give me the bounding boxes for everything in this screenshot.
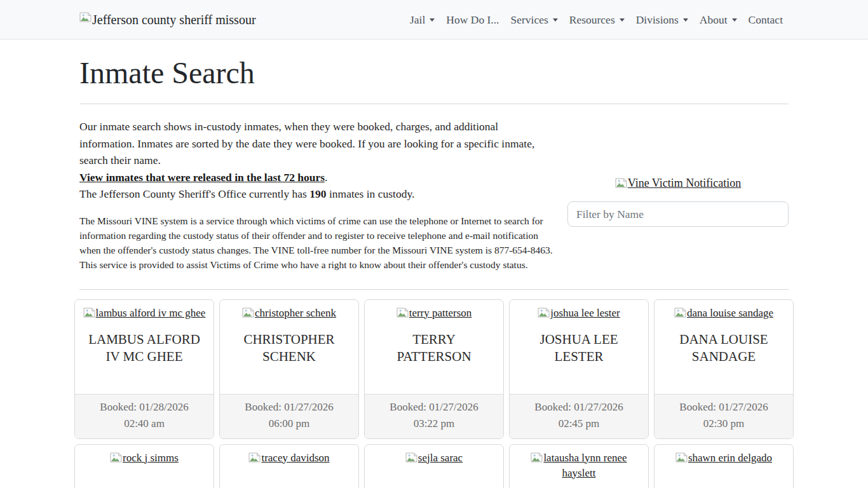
inmate-broken-image-icon bbox=[674, 308, 686, 322]
nav-item-resources[interactable]: Resources bbox=[564, 8, 630, 32]
broken-image-icon bbox=[615, 178, 627, 188]
inmate-card: christopher schenk CHRISTOPHER SCHENK Bo… bbox=[219, 299, 359, 439]
inmate-photo-link[interactable]: terry patterson bbox=[409, 307, 472, 319]
inmate-photo-link[interactable]: christopher schenk bbox=[255, 307, 336, 319]
inmate-card: joshua lee lester JOSHUA LEE LESTER Book… bbox=[509, 299, 649, 439]
broken-image-icon bbox=[675, 452, 688, 463]
inmate-card: rock j simms bbox=[74, 444, 214, 488]
caret-down-icon bbox=[620, 18, 625, 22]
broken-image-icon bbox=[405, 452, 417, 463]
inmate-photo-link-wrap: latausha lynn renee hayslett bbox=[510, 451, 648, 480]
inmate-photo-link[interactable]: lambus alford iv mc ghee bbox=[96, 307, 206, 319]
inmate-card: shawn erin delgado bbox=[654, 444, 794, 488]
inmate-broken-image-icon bbox=[405, 452, 417, 466]
inmate-booked: Booked: 01/27/202602:45 pm bbox=[510, 394, 648, 438]
navbar: Jefferson county sheriff missour Jail Ho… bbox=[0, 0, 868, 39]
broken-image-icon bbox=[242, 308, 254, 318]
brand-broken-image-icon bbox=[79, 11, 92, 25]
inmate-broken-image-icon bbox=[83, 308, 95, 322]
inmate-card: latausha lynn renee hayslett bbox=[509, 444, 649, 488]
inmate-booked: Booked: 01/28/202602:40 am bbox=[75, 394, 214, 438]
divider bbox=[79, 289, 789, 290]
inmate-photo-link-wrap: joshua lee lester bbox=[510, 306, 648, 322]
nav-item-about[interactable]: About bbox=[694, 8, 743, 32]
inmate-name: LAMBUS ALFORD IV MC GHEE bbox=[86, 331, 203, 365]
filter-by-name-input[interactable] bbox=[567, 201, 789, 227]
inmate-broken-image-icon bbox=[531, 452, 543, 466]
inmate-card: lambus alford iv mc ghee LAMBUS ALFORD I… bbox=[74, 299, 214, 439]
inmate-photo-link[interactable]: dana louise sandage bbox=[687, 307, 773, 319]
inmate-photo-link[interactable]: rock j simms bbox=[123, 452, 179, 464]
inmate-photo-link[interactable]: sejla sarac bbox=[418, 452, 463, 464]
inmate-broken-image-icon bbox=[397, 308, 409, 322]
inmate-broken-image-icon bbox=[242, 308, 254, 322]
inmate-card: tracey davidson bbox=[219, 444, 359, 488]
intro-text: Our inmate search shows in-custody inmat… bbox=[79, 118, 555, 169]
inmate-card: dana louise sandage DANA LOUISE SANDAGE … bbox=[654, 299, 794, 439]
nav-item-contact[interactable]: Contact bbox=[743, 8, 789, 32]
inmate-booked: Booked: 01/27/202602:30 pm bbox=[654, 394, 793, 438]
vine-victim-notification-link[interactable]: Vine Victim Notification bbox=[628, 177, 741, 189]
inmate-photo-link-wrap: tracey davidson bbox=[220, 451, 358, 466]
inmate-photo-link-wrap: lambus alford iv mc ghee bbox=[75, 306, 214, 322]
released-inmates-link[interactable]: View inmates that were released in the l… bbox=[79, 171, 325, 184]
nav-item-jail[interactable]: Jail bbox=[404, 8, 440, 32]
inmate-photo-link[interactable]: tracey davidson bbox=[261, 452, 329, 464]
inmate-broken-image-icon bbox=[675, 452, 688, 466]
nav-item-services[interactable]: Services bbox=[505, 8, 563, 32]
inmate-photo-link[interactable]: latausha lynn renee hayslett bbox=[543, 452, 627, 479]
inmate-name: DANA LOUISE SANDAGE bbox=[665, 331, 782, 365]
inmate-photo-link-wrap: shawn erin delgado bbox=[654, 451, 793, 466]
intro-column: Our inmate search shows in-custody inmat… bbox=[79, 118, 555, 272]
broken-image-icon bbox=[248, 452, 261, 463]
caret-down-icon bbox=[683, 18, 688, 22]
inmate-photo-link-wrap: dana louise sandage bbox=[654, 306, 793, 322]
custody-count: 190 bbox=[309, 187, 326, 200]
broken-image-icon bbox=[538, 308, 550, 318]
brand-link[interactable]: Jefferson county sheriff missour bbox=[79, 13, 256, 27]
inmate-broken-image-icon bbox=[538, 308, 550, 322]
page-title: Inmate Search bbox=[79, 55, 789, 90]
sidebar-column: Vine Victim Notification bbox=[567, 118, 789, 272]
nav-item-how-do-i[interactable]: How Do I... bbox=[440, 8, 505, 32]
vine-description: The Missouri VINE system is a service th… bbox=[79, 214, 555, 272]
broken-image-icon bbox=[531, 452, 543, 463]
inmate-broken-image-icon bbox=[248, 452, 261, 466]
broken-image-icon bbox=[674, 308, 686, 318]
inmate-photo-link-wrap: rock j simms bbox=[75, 451, 214, 466]
caret-down-icon bbox=[732, 18, 737, 22]
inmate-photo-link-wrap: sejla sarac bbox=[365, 451, 503, 466]
caret-down-icon bbox=[430, 18, 435, 22]
inmate-name: CHRISTOPHER SCHENK bbox=[231, 331, 348, 365]
inmate-photo-link-wrap: christopher schenk bbox=[220, 306, 358, 322]
nav-item-divisions[interactable]: Divisions bbox=[630, 8, 694, 32]
caret-down-icon bbox=[553, 18, 558, 22]
inmate-photo-link[interactable]: joshua lee lester bbox=[550, 307, 620, 319]
inmate-photo-link-wrap: terry patterson bbox=[365, 306, 503, 322]
broken-image-icon bbox=[83, 308, 95, 318]
nav-links: Jail How Do I... Services Resources Divi… bbox=[404, 8, 789, 32]
vine-broken-image-icon bbox=[615, 178, 627, 191]
main-content: Inmate Search Our inmate search shows in… bbox=[72, 55, 796, 488]
divider bbox=[79, 104, 789, 104]
vine-notification-block: Vine Victim Notification bbox=[567, 177, 789, 191]
brand-text: Jefferson county sheriff missour bbox=[92, 13, 256, 27]
inmate-broken-image-icon bbox=[110, 452, 122, 466]
released-line: View inmates that were released in the l… bbox=[79, 169, 555, 186]
inmate-booked: Booked: 01/27/202606:00 pm bbox=[220, 394, 358, 438]
broken-image-icon bbox=[397, 308, 409, 318]
inmate-photo-link[interactable]: shawn erin delgado bbox=[688, 452, 772, 464]
inmate-booked: Booked: 01/27/202603:22 pm bbox=[365, 394, 503, 438]
inmate-name: JOSHUA LEE LESTER bbox=[520, 331, 637, 365]
broken-image-icon bbox=[110, 452, 122, 463]
inmate-card: terry patterson TERRY PATTERSON Booked: … bbox=[364, 299, 504, 439]
inmate-cards-grid: lambus alford iv mc ghee LAMBUS ALFORD I… bbox=[74, 299, 794, 488]
custody-line: The Jefferson County Sheriff's Office cu… bbox=[79, 186, 555, 203]
inmate-name: TERRY PATTERSON bbox=[376, 331, 492, 365]
broken-image-icon bbox=[79, 12, 92, 22]
inmate-card: sejla sarac bbox=[364, 444, 504, 488]
